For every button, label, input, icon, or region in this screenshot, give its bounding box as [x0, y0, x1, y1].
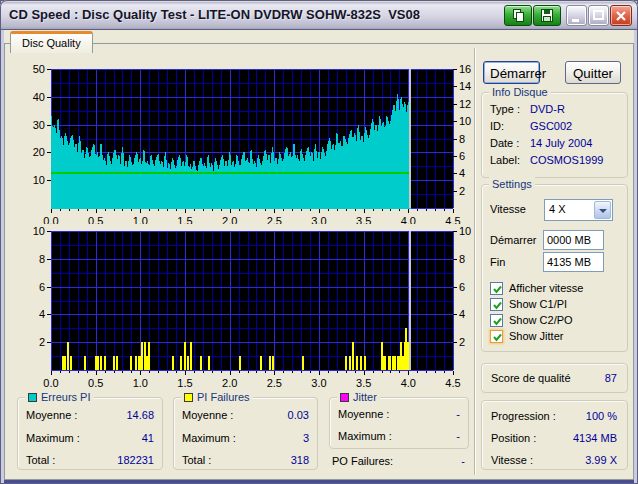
start-position-label: Démarrer: [490, 234, 536, 246]
stat-row: Total : 182231: [26, 452, 154, 468]
svg-text:6: 6: [39, 281, 45, 293]
stat-row: Moyenne : 14.68: [26, 407, 154, 423]
score-label: Score de qualité: [491, 372, 571, 384]
svg-text:3.5: 3.5: [356, 377, 371, 388]
disc-info-caption: Info Disque: [489, 85, 551, 99]
speed-value: 4 X: [549, 203, 566, 215]
svg-text:8: 8: [459, 133, 465, 145]
settings-caption: Settings: [489, 177, 535, 191]
pi-failures-caption: PI Failures: [181, 390, 253, 404]
checkbox-afficher-vitesse[interactable]: [490, 282, 503, 295]
svg-text:2.5: 2.5: [267, 377, 282, 388]
stat-row: Maximum : 41: [26, 430, 154, 446]
score-panel: Score de qualité 87: [481, 363, 628, 393]
end-position-field[interactable]: [543, 252, 604, 272]
jitter-panel: Jitter Moyenne : - Maximum : -: [329, 397, 469, 449]
quit-button[interactable]: Quitter: [565, 61, 621, 84]
save-button[interactable]: [533, 5, 561, 26]
svg-text:3.0: 3.0: [311, 377, 326, 388]
svg-text:16: 16: [459, 63, 471, 75]
window-title: CD Speed : Disc Quality Test - LITE-ON D…: [9, 0, 420, 30]
pi-failures-legend-icon: [184, 393, 193, 402]
progress-row: Vitesse : 3.99 X: [491, 452, 617, 468]
svg-text:2: 2: [39, 336, 45, 348]
info-row: Label: COSMOS1999: [490, 152, 621, 168]
pi-errors-caption: Erreurs PI: [25, 390, 94, 404]
speed-label: Vitesse: [490, 203, 526, 215]
tab-label: Disc Quality: [22, 37, 81, 49]
svg-text:4: 4: [39, 308, 45, 320]
score-row: Score de qualité 87: [491, 370, 617, 386]
disc-info-panel: Info Disque Type : DVD-R ID: GSC002 Date…: [481, 92, 628, 178]
maximize-button[interactable]: [588, 5, 609, 26]
info-row: Date : 14 July 2004: [490, 135, 621, 151]
progress-row: Progression : 100 %: [491, 408, 617, 424]
jitter-legend-icon: [340, 393, 349, 402]
pi-failures-chart: 2468102468100.00.51.01.52.02.53.03.54.04…: [18, 222, 478, 388]
copy-icon: [505, 8, 531, 23]
svg-text:6: 6: [459, 150, 465, 162]
svg-text:10: 10: [459, 225, 471, 237]
pi-failures-panel: PI Failures Moyenne : 0.03 Maximum : 3 T…: [173, 397, 318, 470]
speed-select[interactable]: 4 X: [544, 199, 613, 221]
svg-text:10: 10: [33, 174, 45, 186]
maximize-icon: [589, 8, 608, 23]
title-bar: CD Speed : Disc Quality Test - LITE-ON D…: [0, 0, 638, 30]
checkbox-row: Show Jitter: [490, 329, 563, 343]
svg-text:1.0: 1.0: [133, 377, 148, 388]
score-value: 87: [605, 372, 617, 384]
svg-text:2.0: 2.0: [222, 377, 237, 388]
start-position-field[interactable]: [543, 230, 604, 250]
checkbox-row: Show C1/PI: [490, 297, 567, 311]
settings-panel: Settings Vitesse 4 X Démarrer Fin Affich…: [481, 184, 628, 352]
svg-text:20: 20: [33, 146, 45, 158]
svg-text:0.5: 0.5: [88, 377, 103, 388]
stat-row: Moyenne : 0.03: [182, 407, 309, 423]
svg-text:2: 2: [459, 185, 465, 197]
end-position-label: Fin: [490, 256, 505, 268]
svg-text:8: 8: [459, 253, 465, 265]
svg-text:0.0: 0.0: [43, 377, 58, 388]
svg-text:4.5: 4.5: [445, 377, 460, 388]
info-row: Type : DVD-R: [490, 101, 621, 117]
copy-button[interactable]: [504, 5, 532, 26]
stat-row: Total : 318: [182, 452, 309, 468]
progress-row: Position : 4134 MB: [491, 430, 617, 446]
stat-row: Maximum : -: [338, 428, 460, 444]
start-button[interactable]: Démarrer: [483, 61, 540, 84]
minimize-icon: [567, 8, 586, 23]
stat-row: Maximum : 3: [182, 430, 309, 446]
svg-text:8: 8: [39, 253, 45, 265]
svg-text:14: 14: [459, 80, 471, 92]
chevron-down-icon: [599, 209, 607, 213]
svg-text:40: 40: [33, 91, 45, 103]
combo-dropdown-button[interactable]: [594, 201, 611, 219]
info-row: ID: GSC002: [490, 118, 621, 134]
close-button[interactable]: [610, 5, 632, 26]
stat-row: Moyenne : -: [338, 406, 460, 422]
checkbox-row: Show C2/PO: [490, 313, 573, 327]
svg-text:10: 10: [459, 115, 471, 127]
jitter-caption: Jitter: [337, 390, 380, 404]
svg-text:10: 10: [33, 225, 45, 237]
app-window: CD Speed : Disc Quality Test - LITE-ON D…: [0, 0, 638, 484]
close-icon: [611, 8, 631, 23]
pi-errors-chart: 10203040502468101214160.00.51.01.52.02.5…: [18, 60, 478, 224]
pi-errors-legend-icon: [28, 393, 37, 402]
minimize-button[interactable]: [566, 5, 587, 26]
checkbox-show-c2-po[interactable]: [490, 314, 503, 327]
checkbox-show-jitter[interactable]: [490, 330, 503, 343]
svg-text:6: 6: [459, 281, 465, 293]
svg-text:4: 4: [459, 167, 465, 179]
svg-text:4: 4: [459, 308, 465, 320]
save-icon: [534, 8, 560, 23]
svg-text:30: 30: [33, 119, 45, 131]
svg-text:4.0: 4.0: [401, 377, 416, 388]
po-failures-row: PO Failures: -: [332, 453, 465, 469]
checkbox-show-c1-pi[interactable]: [490, 298, 503, 311]
svg-text:50: 50: [33, 63, 45, 75]
tab-disc-quality[interactable]: Disc Quality: [10, 31, 93, 53]
checkbox-row: Afficher vitesse: [490, 281, 583, 295]
progress-panel: Progression : 100 % Position : 4134 MB V…: [481, 400, 628, 470]
svg-text:1.5: 1.5: [177, 377, 192, 388]
